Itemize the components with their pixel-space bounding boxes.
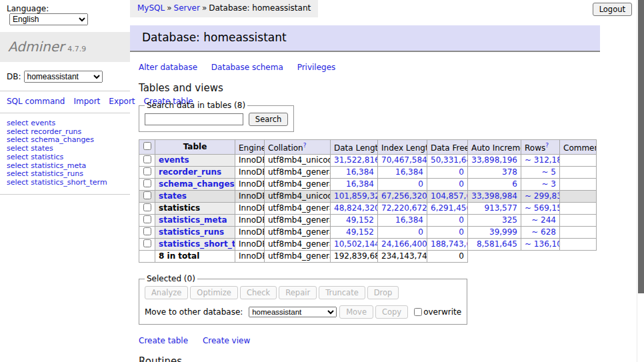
rows-link[interactable]: ~ 569,159	[525, 203, 560, 213]
data_length-link[interactable]: 101,859,328	[334, 191, 378, 201]
row-checkbox-cell	[139, 215, 155, 227]
data_free-link[interactable]: 188,743,680	[431, 239, 468, 249]
column-help-link[interactable]: ?	[303, 142, 307, 149]
db-select[interactable]: homeassistant	[24, 71, 103, 83]
auto_increment-link[interactable]: 8,581,645	[477, 239, 517, 249]
auto_increment-link[interactable]: 39,999	[489, 227, 517, 237]
auto_increment-link[interactable]: 6	[512, 179, 517, 189]
table-link-events[interactable]: events	[159, 155, 189, 165]
search-legend: Search data in tables (8)	[145, 101, 247, 110]
index_length-link[interactable]: 0	[418, 227, 423, 237]
rows-link[interactable]: ~ 5	[541, 167, 556, 177]
alter-database-link[interactable]: Alter database	[139, 63, 197, 72]
data_length-link[interactable]: 49,152	[346, 227, 374, 237]
language-select[interactable]: English	[9, 13, 88, 25]
auto_increment-link[interactable]: 33,398,984	[471, 191, 517, 201]
index_length-link[interactable]: 16,384	[395, 167, 423, 177]
selected-check-button[interactable]: Check	[240, 286, 277, 299]
sidebar-item-select-statistics[interactable]: select statistics	[7, 153, 130, 162]
data_free-link[interactable]: 0	[459, 227, 464, 237]
create-table-link[interactable]: Create table	[139, 336, 188, 345]
table-row-statistics-runs: statistics_runsInnoDButf8mb4_general_ci4…	[139, 227, 597, 239]
table-link-states[interactable]: states	[159, 191, 187, 201]
row-checkbox[interactable]	[143, 215, 151, 223]
table-link-statistics-short-term[interactable]: statistics_short_term	[159, 239, 235, 249]
table-link-schema-changes[interactable]: schema_changes	[159, 179, 235, 189]
rows-link[interactable]: ~ 244	[531, 215, 556, 225]
column-help-link[interactable]: ?	[545, 142, 549, 149]
breadcrumb-separator: »	[167, 3, 171, 13]
move-row: Move to other database: homeassistantMov…	[145, 305, 461, 319]
table-link-statistics-meta[interactable]: statistics_meta	[159, 215, 227, 225]
data_length-link[interactable]: 48,824,320	[334, 203, 378, 213]
comment-cell	[560, 203, 597, 215]
move-move-button[interactable]: Move	[339, 305, 373, 319]
row-checkbox[interactable]	[143, 227, 151, 235]
row-checkbox[interactable]	[143, 239, 151, 247]
row-checkbox[interactable]	[143, 155, 151, 163]
auto_increment-link[interactable]: 33,898,196	[471, 155, 517, 165]
data_length-link[interactable]: 16,384	[346, 179, 374, 189]
search-input[interactable]	[145, 113, 243, 125]
scrollbar[interactable]	[637, 0, 644, 362]
privileges-link[interactable]: Privileges	[297, 63, 336, 72]
scrollbar-thumb[interactable]	[638, 0, 644, 293]
sidebar-action-sql-command[interactable]: SQL command	[7, 97, 65, 106]
row-checkbox[interactable]	[143, 191, 151, 199]
row-checkbox[interactable]	[143, 203, 151, 211]
table-name-cell: recorder_runs	[155, 167, 235, 179]
table-link-statistics-runs[interactable]: statistics_runs	[159, 227, 224, 237]
data_length-link[interactable]: 49,152	[346, 215, 374, 225]
move-copy-button[interactable]: Copy	[375, 305, 408, 319]
data_length-link[interactable]: 10,502,144	[334, 239, 378, 249]
rows-link[interactable]: ~ 3	[541, 179, 556, 189]
auto_increment-link[interactable]: 325	[502, 215, 517, 225]
select-all-checkbox[interactable]	[143, 142, 151, 150]
selected-drop-button[interactable]: Drop	[367, 286, 399, 299]
sidebar-action-import[interactable]: Import	[73, 97, 100, 106]
breadcrumb-link-server[interactable]: Server	[174, 3, 200, 13]
data_length-link[interactable]: 31,522,816	[334, 155, 378, 165]
create-view-link[interactable]: Create view	[203, 336, 250, 345]
index_length-link[interactable]: 0	[418, 179, 423, 189]
total-blank-checkbox-cell	[139, 251, 155, 263]
move-database-select[interactable]: homeassistant	[249, 307, 337, 317]
index_length-link[interactable]: 16,384	[395, 215, 423, 225]
breadcrumb-link-mysql[interactable]: MySQL	[137, 3, 165, 13]
index_length-link[interactable]: 67,256,320	[381, 191, 427, 201]
selected-truncate-button[interactable]: Truncate	[319, 286, 365, 299]
selected-analyze-button[interactable]: Analyze	[145, 286, 188, 299]
rows-link[interactable]: ~ 299,833	[525, 191, 560, 201]
row-checkbox[interactable]	[143, 179, 151, 187]
rows-link[interactable]: ~ 628	[531, 227, 556, 237]
index_length-link[interactable]: 24,166,400	[381, 239, 427, 249]
data_free-link[interactable]: 6,291,456	[431, 203, 468, 213]
logout-button[interactable]: Logout	[593, 3, 632, 16]
table-link-recorder-runs[interactable]: recorder_runs	[159, 167, 221, 177]
search-button[interactable]: Search	[249, 113, 289, 126]
index_length-link[interactable]: 70,467,584	[381, 155, 427, 165]
selected-repair-button[interactable]: Repair	[279, 286, 317, 299]
sidebar-item-select-events[interactable]: select events	[7, 119, 130, 128]
rows-link[interactable]: ~ 312,180	[525, 155, 560, 165]
rows-link[interactable]: ~ 136,108	[525, 239, 560, 249]
table-name-cell: schema_changes	[155, 179, 235, 191]
selected-optimize-button[interactable]: Optimize	[190, 286, 238, 299]
database-schema-link[interactable]: Database schema	[211, 63, 283, 72]
data_free-link[interactable]: 0	[459, 179, 464, 189]
row-checkbox[interactable]	[143, 167, 151, 175]
auto_increment-link[interactable]: 913,577	[484, 203, 517, 213]
sidebar-item-select-states[interactable]: select states	[7, 145, 130, 153]
auto_increment-link[interactable]: 378	[502, 167, 517, 177]
index_length-link[interactable]: 72,220,672	[381, 203, 427, 213]
data_free-link[interactable]: 104,857,600	[431, 191, 468, 201]
auto_increment-cell: 33,398,984	[468, 191, 521, 203]
data_length-link[interactable]: 16,384	[346, 167, 374, 177]
engine-cell: InnoDB	[235, 239, 265, 251]
data_free-cell: 0	[427, 167, 468, 179]
sidebar-item-select-statistics-short-term[interactable]: select statistics_short_term	[7, 179, 130, 187]
data_free-link[interactable]: 0	[459, 167, 464, 177]
data_free-link[interactable]: 0	[459, 215, 464, 225]
overwrite-checkbox[interactable]	[414, 308, 422, 316]
data_free-link[interactable]: 50,331,648	[431, 155, 468, 165]
